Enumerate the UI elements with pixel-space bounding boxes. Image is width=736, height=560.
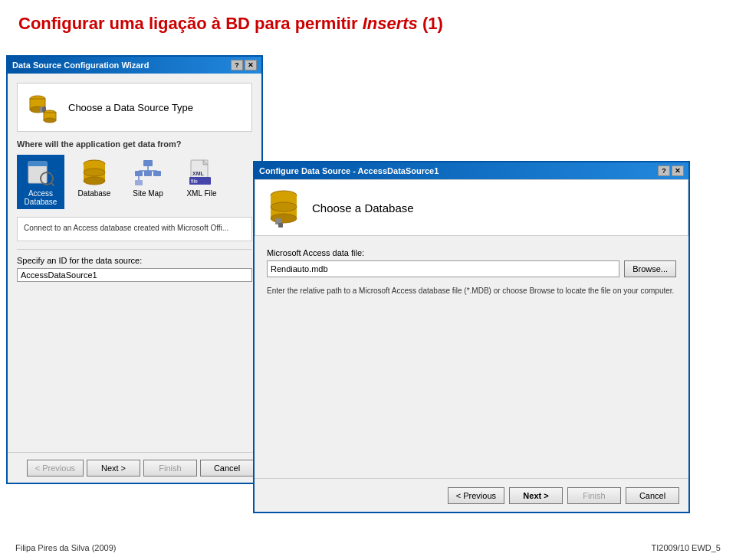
browse-button[interactable]: Browse... bbox=[624, 260, 676, 277]
database-label: Database bbox=[78, 189, 111, 198]
access-icon-box bbox=[26, 158, 55, 187]
file-input-row: Browse... bbox=[267, 260, 676, 277]
access-label: Access Database bbox=[20, 189, 61, 206]
sitemap-icon-box bbox=[133, 158, 163, 187]
svg-text:file: file bbox=[191, 178, 198, 184]
dialog2-body: Microsoft Access data file: Browse... En… bbox=[255, 248, 688, 296]
svg-line-11 bbox=[51, 182, 54, 186]
source-description: Connect to an Access database created wi… bbox=[17, 217, 252, 241]
dialog2-close-button[interactable]: ✕ bbox=[672, 165, 684, 176]
dialog1-footer: < Previous Next > Finish Cancel bbox=[8, 452, 261, 483]
source-type-sitemap[interactable]: Site Map bbox=[124, 155, 172, 209]
dialog1-close-button[interactable]: ✕ bbox=[245, 60, 257, 70]
dialog1-next-button[interactable]: Next > bbox=[87, 460, 140, 476]
help-text: Enter the relative path to a Microsoft A… bbox=[267, 285, 676, 296]
svg-rect-19 bbox=[135, 171, 143, 176]
svg-rect-9 bbox=[28, 162, 47, 166]
datasource-id-input[interactable] bbox=[17, 268, 252, 282]
svg-text:XML: XML bbox=[192, 171, 205, 176]
xml-icon-box: XML file bbox=[187, 158, 216, 187]
dialog1-header: Choose a Data Source Type bbox=[17, 83, 252, 132]
where-label: Where will the application get data from… bbox=[17, 139, 252, 149]
access-database-icon bbox=[27, 159, 54, 186]
dialog2-cancel-button[interactable]: Cancel bbox=[626, 487, 679, 504]
svg-rect-21 bbox=[153, 171, 161, 176]
svg-point-32 bbox=[271, 202, 297, 211]
dialog2-title: Configure Data Source - AccessDataSource… bbox=[259, 166, 439, 175]
svg-point-14 bbox=[84, 177, 105, 185]
wizard-icon bbox=[27, 91, 59, 123]
dialog1-help-button[interactable]: ? bbox=[231, 60, 243, 70]
source-type-access[interactable]: Access Database bbox=[17, 155, 64, 209]
divider bbox=[17, 249, 252, 250]
dialog2-previous-button[interactable]: < Previous bbox=[448, 487, 504, 504]
dialog2-next-button[interactable]: Next > bbox=[509, 487, 563, 504]
dialog2-configure-datasource: Configure Data Source - AccessDataSource… bbox=[253, 161, 690, 513]
svg-point-7 bbox=[44, 118, 56, 123]
svg-rect-34 bbox=[278, 223, 283, 228]
source-type-xml[interactable]: XML file XML File bbox=[178, 155, 225, 209]
svg-point-31 bbox=[271, 214, 297, 223]
id-label: Specify an ID for the data source: bbox=[17, 256, 252, 265]
svg-point-15 bbox=[84, 169, 105, 176]
dialog1-finish-button[interactable]: Finish bbox=[143, 460, 197, 476]
footer-left: Filipa Pires da Silva (2009) bbox=[15, 543, 116, 552]
dialog2-finish-button[interactable]: Finish bbox=[567, 487, 621, 504]
dialog1-previous-button[interactable]: < Previous bbox=[27, 460, 84, 476]
dialog2-header: Choose a Database bbox=[255, 179, 688, 236]
dialog1-content: Choose a Data Source Type Where will the… bbox=[8, 74, 261, 291]
dialog2-footer: < Previous Next > Finish Cancel bbox=[255, 478, 688, 512]
svg-rect-23 bbox=[135, 180, 143, 185]
dialog2-section-header: Choose a Database bbox=[312, 201, 414, 215]
dialog1-titlebar-buttons: ? ✕ bbox=[231, 60, 257, 70]
database-icon bbox=[80, 158, 108, 187]
source-types-container: Access Database Database bbox=[17, 155, 252, 209]
page-footer: Filipa Pires da Silva (2009) TI2009/10 E… bbox=[15, 543, 721, 552]
dialog1-titlebar: Data Source Configuration Wizard ? ✕ bbox=[8, 57, 261, 74]
source-type-database[interactable]: Database bbox=[71, 155, 118, 209]
dialog1-datasource-wizard: Data Source Configuration Wizard ? ✕ bbox=[6, 55, 263, 484]
database-icon-box bbox=[80, 158, 109, 187]
footer-right: TI2009/10 EWD_5 bbox=[652, 543, 721, 552]
dialog2-db-icon bbox=[268, 188, 300, 228]
dialog2-help-button[interactable]: ? bbox=[658, 165, 670, 176]
dialog2-titlebar: Configure Data Source - AccessDataSource… bbox=[255, 162, 688, 179]
mdb-file-input[interactable] bbox=[267, 260, 619, 277]
dialog2-titlebar-buttons: ? ✕ bbox=[658, 165, 684, 176]
sitemap-icon bbox=[134, 159, 162, 186]
id-section: Specify an ID for the data source: bbox=[17, 256, 252, 282]
dialog1-section-header: Choose a Data Source Type bbox=[68, 102, 193, 113]
svg-rect-20 bbox=[144, 171, 152, 176]
xml-label: XML File bbox=[186, 189, 216, 198]
dialog1-title: Data Source Configuration Wizard bbox=[12, 61, 149, 70]
file-label: Microsoft Access data file: bbox=[267, 248, 676, 257]
xml-file-icon: XML file bbox=[189, 159, 214, 186]
page-title: Configurar uma ligação à BD para permiti… bbox=[0, 0, 736, 44]
dialog1-cancel-button[interactable]: Cancel bbox=[200, 460, 254, 476]
sitemap-label: Site Map bbox=[133, 189, 163, 198]
svg-rect-16 bbox=[143, 160, 153, 166]
